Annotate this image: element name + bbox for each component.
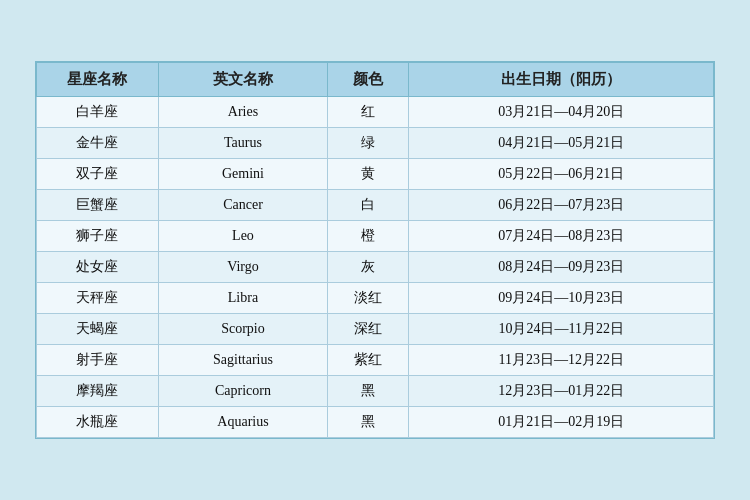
cell-date: 12月23日—01月22日 (409, 376, 714, 407)
table-row: 天蝎座Scorpio深红10月24日—11月22日 (37, 314, 714, 345)
cell-cn: 巨蟹座 (37, 190, 159, 221)
table-row: 巨蟹座Cancer白06月22日—07月23日 (37, 190, 714, 221)
cell-date: 10月24日—11月22日 (409, 314, 714, 345)
table-row: 处女座Virgo灰08月24日—09月23日 (37, 252, 714, 283)
cell-en: Sagittarius (158, 345, 327, 376)
cell-en: Virgo (158, 252, 327, 283)
cell-cn: 双子座 (37, 159, 159, 190)
cell-cn: 狮子座 (37, 221, 159, 252)
cell-cn: 天秤座 (37, 283, 159, 314)
cell-date: 08月24日—09月23日 (409, 252, 714, 283)
cell-en: Aquarius (158, 407, 327, 438)
cell-cn: 金牛座 (37, 128, 159, 159)
cell-en: Aries (158, 97, 327, 128)
table-row: 摩羯座Capricorn黑12月23日—01月22日 (37, 376, 714, 407)
table-row: 射手座Sagittarius紫红11月23日—12月22日 (37, 345, 714, 376)
cell-color: 灰 (328, 252, 409, 283)
header-color: 颜色 (328, 63, 409, 97)
header-cn: 星座名称 (37, 63, 159, 97)
cell-en: Libra (158, 283, 327, 314)
cell-color: 橙 (328, 221, 409, 252)
cell-cn: 天蝎座 (37, 314, 159, 345)
cell-cn: 摩羯座 (37, 376, 159, 407)
cell-date: 04月21日—05月21日 (409, 128, 714, 159)
zodiac-table: 星座名称 英文名称 颜色 出生日期（阳历） 白羊座Aries红03月21日—04… (36, 62, 714, 438)
cell-date: 07月24日—08月23日 (409, 221, 714, 252)
cell-en: Cancer (158, 190, 327, 221)
cell-color: 黑 (328, 376, 409, 407)
cell-en: Scorpio (158, 314, 327, 345)
zodiac-table-container: 星座名称 英文名称 颜色 出生日期（阳历） 白羊座Aries红03月21日—04… (35, 61, 715, 439)
cell-cn: 白羊座 (37, 97, 159, 128)
cell-en: Gemini (158, 159, 327, 190)
cell-cn: 处女座 (37, 252, 159, 283)
cell-date: 06月22日—07月23日 (409, 190, 714, 221)
cell-date: 01月21日—02月19日 (409, 407, 714, 438)
table-row: 双子座Gemini黄05月22日—06月21日 (37, 159, 714, 190)
cell-date: 09月24日—10月23日 (409, 283, 714, 314)
table-header-row: 星座名称 英文名称 颜色 出生日期（阳历） (37, 63, 714, 97)
cell-color: 淡红 (328, 283, 409, 314)
cell-color: 深红 (328, 314, 409, 345)
header-en: 英文名称 (158, 63, 327, 97)
cell-color: 紫红 (328, 345, 409, 376)
table-row: 狮子座Leo橙07月24日—08月23日 (37, 221, 714, 252)
cell-date: 05月22日—06月21日 (409, 159, 714, 190)
cell-date: 11月23日—12月22日 (409, 345, 714, 376)
table-row: 白羊座Aries红03月21日—04月20日 (37, 97, 714, 128)
table-row: 天秤座Libra淡红09月24日—10月23日 (37, 283, 714, 314)
cell-color: 绿 (328, 128, 409, 159)
cell-en: Taurus (158, 128, 327, 159)
table-row: 水瓶座Aquarius黑01月21日—02月19日 (37, 407, 714, 438)
cell-date: 03月21日—04月20日 (409, 97, 714, 128)
cell-color: 黑 (328, 407, 409, 438)
cell-color: 红 (328, 97, 409, 128)
header-date: 出生日期（阳历） (409, 63, 714, 97)
cell-cn: 水瓶座 (37, 407, 159, 438)
cell-en: Capricorn (158, 376, 327, 407)
cell-color: 黄 (328, 159, 409, 190)
cell-color: 白 (328, 190, 409, 221)
cell-cn: 射手座 (37, 345, 159, 376)
cell-en: Leo (158, 221, 327, 252)
table-row: 金牛座Taurus绿04月21日—05月21日 (37, 128, 714, 159)
